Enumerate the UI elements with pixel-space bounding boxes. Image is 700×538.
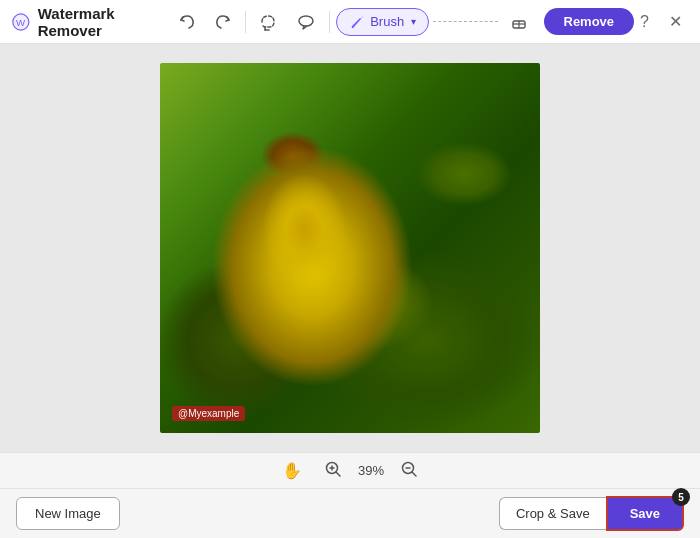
svg-line-10 [336, 472, 340, 476]
toolbar-divider-2 [329, 11, 330, 33]
zoom-bar: ✋ 39% [0, 452, 700, 488]
image-container: @Myexample [160, 63, 540, 433]
action-bar: New Image Crop & Save Save 5 [0, 488, 700, 538]
remove-button[interactable]: Remove [544, 8, 635, 35]
title-bar: W Watermark Remover [0, 0, 700, 44]
svg-line-13 [412, 472, 416, 476]
window-controls: ? ✕ [634, 8, 688, 35]
crop-save-button[interactable]: Crop & Save [499, 497, 606, 530]
eraser-button[interactable] [502, 7, 536, 37]
brush-chevron-icon: ▾ [411, 16, 416, 27]
close-button[interactable]: ✕ [663, 8, 688, 35]
app-title: Watermark Remover [38, 5, 155, 39]
toolbar-nav-group [171, 8, 239, 36]
zoom-out-button[interactable] [394, 456, 424, 486]
brush-label: Brush [370, 14, 404, 29]
undo-button[interactable] [171, 8, 203, 36]
redo-button[interactable] [207, 8, 239, 36]
toolbar-tools-group [251, 7, 323, 37]
save-actions-group: Crop & Save Save 5 [499, 496, 684, 531]
app-logo: W [12, 11, 30, 33]
zoom-level: 39% [358, 463, 384, 478]
zoom-in-button[interactable] [318, 456, 348, 486]
main-canvas-area: @Myexample [0, 44, 700, 452]
toolbar-dashed-divider [433, 21, 497, 22]
svg-point-4 [299, 16, 313, 26]
hand-tool-button[interactable]: ✋ [276, 457, 308, 484]
svg-text:W: W [16, 17, 26, 28]
lasso-button[interactable] [251, 7, 285, 37]
new-image-button[interactable]: New Image [16, 497, 120, 530]
hand-icon: ✋ [282, 462, 302, 479]
toolbar-divider-1 [245, 11, 246, 33]
watermark-label: @Myexample [172, 406, 245, 421]
help-button[interactable]: ? [634, 9, 655, 35]
save-badge: 5 [672, 488, 690, 506]
speech-button[interactable] [289, 7, 323, 37]
brush-button[interactable]: Brush ▾ [336, 8, 429, 36]
bird-image: @Myexample [160, 63, 540, 433]
